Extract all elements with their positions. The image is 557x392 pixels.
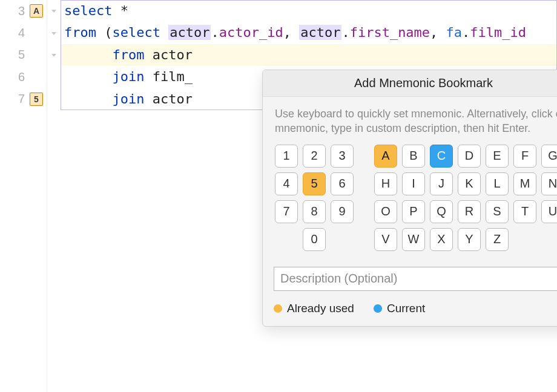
mnemonic-key-C[interactable]: C [430,145,453,168]
legend-used-label: Already used [287,302,354,315]
mnemonic-key-W[interactable]: W [402,228,425,251]
mnemonic-key-3[interactable]: 3 [331,145,354,168]
mnemonic-key-9[interactable]: 9 [331,200,354,223]
line-number: 5 [13,48,25,62]
mnemonic-key-U[interactable]: U [541,200,557,223]
mnemonic-key-0[interactable]: 0 [303,228,326,251]
code-token: from [112,47,144,62]
gutter-row: 3A [0,0,47,22]
code-token: actor_id [219,25,283,40]
mnemonic-key-A[interactable]: A [374,145,397,168]
editor-root: 3A45675 select *from (select actor.actor… [0,0,557,392]
gutter-row: 4 [0,22,47,44]
mnemonic-key-N[interactable]: N [541,172,557,195]
key-row: 123ABCDEFG [275,145,557,168]
key-row: 0VWXYZ [275,228,557,251]
fold-row [47,66,61,88]
mnemonic-key-V[interactable]: V [374,228,397,251]
description-input[interactable] [274,267,557,291]
mnemonic-key-K[interactable]: K [458,172,481,195]
code-token: join [112,91,144,106]
mnemonic-key-Q[interactable]: Q [430,200,453,223]
gutter-row: 5 [0,44,47,66]
code-line[interactable]: select * [61,0,557,22]
mnemonic-key-grid: 123ABCDEFG456HIJKLMN789OPQRSTU0VWXYZ [263,141,557,262]
gutter-row: 75 [0,88,47,110]
code-token: . [462,25,470,40]
popup-help-text: Use keyboard to quickly set mnemonic. Al… [263,97,557,141]
mnemonic-key-G[interactable]: G [541,145,557,168]
code-token: , [430,25,446,40]
description-row [263,262,557,295]
fold-column [47,0,61,392]
code-token: * [112,3,128,18]
num-group: 456 [275,172,354,195]
line-number: 3 [13,4,25,18]
mnemonic-key-5[interactable]: 5 [303,172,326,195]
mnemonic-key-M[interactable]: M [513,172,536,195]
code-token [160,25,168,40]
legend-row: Already used Current [263,295,557,326]
mnemonic-key-8[interactable]: 8 [303,200,326,223]
legend-used-swatch-icon [274,304,282,313]
fold-row [47,44,61,66]
mnemonic-key-L[interactable]: L [486,172,509,195]
code-token [64,91,112,106]
mnemonic-key-P[interactable]: P [402,200,425,223]
code-token: join [112,69,144,84]
mnemonic-key-4[interactable]: 4 [275,172,298,195]
mnemonic-key-H[interactable]: H [374,172,397,195]
legend-used: Already used [274,302,354,315]
bookmark-badge[interactable]: 5 [30,93,43,106]
gutter: 3A45675 [0,0,47,392]
mnemonic-key-O[interactable]: O [374,200,397,223]
mnemonic-key-J[interactable]: J [430,172,453,195]
mnemonic-key-Z[interactable]: Z [486,228,509,251]
letter-group: VWXYZ [374,228,509,251]
num-group: 789 [275,200,354,223]
code-token: , [283,25,300,40]
mnemonic-key-6[interactable]: 6 [331,172,354,195]
code-token: first_name [350,25,430,40]
code-line[interactable]: from actor [61,44,557,66]
mnemonic-popup: Add Mnemonic Bookmark Use keyboard to qu… [262,70,557,327]
code-line[interactable]: from (select actor.actor_id, actor.first… [61,22,557,44]
mnemonic-key-1[interactable]: 1 [275,145,298,168]
fold-toggle-icon[interactable] [50,51,58,59]
mnemonic-key-T[interactable]: T [513,200,536,223]
popup-title: Add Mnemonic Bookmark [263,70,557,97]
fold-toggle-icon[interactable] [50,29,58,38]
mnemonic-key-R[interactable]: R [458,200,481,223]
fold-row [47,22,61,44]
code-token [64,69,112,84]
legend-current: Current [374,302,425,315]
code-token: actor [144,91,192,106]
legend-current-label: Current [387,302,425,315]
mnemonic-key-Y[interactable]: Y [458,228,481,251]
code-token: from [64,25,96,40]
line-number: 7 [13,92,25,106]
code-token: film_ [144,69,192,84]
fold-toggle-icon[interactable] [50,7,58,15]
mnemonic-key-X[interactable]: X [430,228,453,251]
num-group: 0 [303,228,326,251]
code-token: film_id [470,25,526,40]
mnemonic-key-I[interactable]: I [402,172,425,195]
fold-row [47,88,61,110]
code-token [64,47,112,62]
code-token: . [211,25,219,40]
num-group: 123 [275,145,354,168]
code-token: select [112,25,160,40]
code-area[interactable]: select *from (select actor.actor_id, act… [61,0,557,392]
letter-group: HIJKLMN [374,172,557,195]
mnemonic-key-7[interactable]: 7 [275,200,298,223]
mnemonic-key-B[interactable]: B [402,145,425,168]
mnemonic-key-2[interactable]: 2 [303,145,326,168]
mnemonic-key-F[interactable]: F [513,145,536,168]
mnemonic-key-E[interactable]: E [486,145,509,168]
mnemonic-key-S[interactable]: S [486,200,509,223]
bookmark-badge[interactable]: A [30,4,43,18]
line-number: 4 [13,26,25,40]
code-token: actor [144,47,192,62]
mnemonic-key-D[interactable]: D [458,145,481,168]
